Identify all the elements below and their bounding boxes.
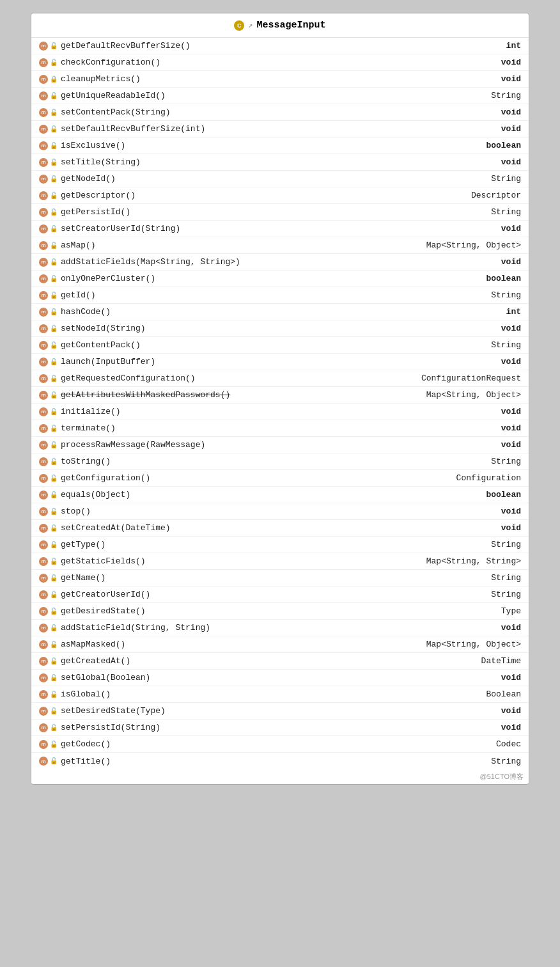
method-row[interactable]: m🔓isGlobal()Boolean — [31, 686, 529, 703]
return-type: Map<String, Object> — [426, 390, 521, 400]
public-lock-icon: 🔓 — [49, 424, 58, 433]
method-row[interactable]: m🔓isExclusive()boolean — [31, 138, 529, 154]
method-icon: m — [39, 673, 48, 682]
method-icon: m — [39, 424, 48, 433]
public-lock-icon: 🔓 — [49, 574, 58, 583]
public-lock-icon: 🔓 — [49, 358, 58, 366]
public-lock-icon: 🔓 — [49, 108, 58, 117]
method-row[interactable]: m🔓getPersistId()String — [31, 204, 529, 221]
method-icon: m — [39, 474, 48, 483]
method-row[interactable]: m🔓setGlobal(Boolean)void — [31, 670, 529, 686]
public-lock-icon: 🔓 — [49, 757, 58, 766]
return-type: void — [501, 74, 521, 84]
method-row[interactable]: m🔓setContentPack(String)void — [31, 104, 529, 121]
method-row[interactable]: m🔓setNodeId(String)void — [31, 320, 529, 337]
method-row[interactable]: m🔓getStaticFields()Map<String, String> — [31, 553, 529, 570]
public-lock-icon: 🔓 — [49, 391, 58, 400]
method-row[interactable]: m🔓getNodeId()String — [31, 171, 529, 187]
method-row[interactable]: m🔓getRequestedConfiguration()Configurati… — [31, 370, 529, 387]
method-row[interactable]: m🔓getConfiguration()Configuration — [31, 470, 529, 487]
return-type: Map<String, Object> — [426, 640, 521, 649]
method-icon: m — [39, 607, 48, 616]
method-row[interactable]: m🔓getAttributesWithMaskedPasswords()Map<… — [31, 387, 529, 404]
return-type: Map<String, String> — [426, 556, 521, 566]
method-row[interactable]: m🔓asMap()Map<String, Object> — [31, 237, 529, 254]
method-name: getCreatorUserId() — [61, 590, 486, 599]
method-icon: m — [39, 58, 48, 67]
method-icon: m — [39, 191, 48, 200]
method-row[interactable]: m🔓terminate()void — [31, 420, 529, 437]
method-icon: m — [39, 108, 48, 117]
method-icon: m — [39, 374, 48, 383]
method-name: toString() — [61, 457, 486, 466]
method-row[interactable]: m🔓setDesiredState(Type)void — [31, 703, 529, 719]
return-type: boolean — [486, 490, 521, 499]
method-row[interactable]: m🔓setDefaultRecvBufferSize(int)void — [31, 121, 529, 138]
method-row[interactable]: m🔓stop()void — [31, 503, 529, 520]
method-row[interactable]: m🔓addStaticFields(Map<String, String>)vo… — [31, 254, 529, 271]
method-icon: m — [39, 75, 48, 84]
method-row[interactable]: m🔓addStaticField(String, String)void — [31, 620, 529, 636]
public-lock-icon: 🔓 — [49, 158, 58, 167]
method-name: getStaticFields() — [61, 556, 421, 566]
method-row[interactable]: m🔓getCreatorUserId()String — [31, 586, 529, 603]
method-name: setCreatedAt(DateTime) — [61, 523, 496, 533]
return-type: boolean — [486, 141, 521, 150]
method-row[interactable]: m🔓checkConfiguration()void — [31, 54, 529, 71]
method-name: setPersistId(String) — [61, 723, 496, 732]
method-row[interactable]: m🔓getDefaultRecvBufferSize()int — [31, 38, 529, 54]
method-row[interactable]: m🔓getContentPack()String — [31, 337, 529, 354]
public-lock-icon: 🔓 — [49, 324, 58, 333]
method-icon: m — [39, 258, 48, 267]
method-name: getName() — [61, 573, 486, 583]
method-name: asMap() — [61, 240, 421, 250]
method-name: getNodeId() — [61, 174, 486, 184]
public-lock-icon: 🔓 — [49, 507, 58, 516]
method-row[interactable]: m🔓getName()String — [31, 570, 529, 586]
public-lock-icon: 🔓 — [49, 42, 58, 51]
method-icon: m — [39, 141, 48, 150]
public-lock-icon: 🔓 — [49, 58, 58, 67]
method-icon: m — [39, 457, 48, 466]
method-row[interactable]: m🔓equals(Object)boolean — [31, 487, 529, 503]
method-row[interactable]: m🔓setPersistId(String)void — [31, 719, 529, 736]
method-icon: m — [39, 291, 48, 300]
method-row[interactable]: m🔓toString()String — [31, 453, 529, 470]
method-row[interactable]: m🔓setCreatedAt(DateTime)void — [31, 520, 529, 537]
return-type: String — [491, 540, 521, 549]
return-type: Boolean — [486, 689, 521, 699]
method-row[interactable]: m🔓getId()String — [31, 287, 529, 304]
method-icon: m — [39, 524, 48, 533]
return-type: Descriptor — [471, 191, 521, 200]
private-lock-icon: 🔒 — [49, 75, 58, 84]
method-row[interactable]: m🔓getCreatedAt()DateTime — [31, 653, 529, 670]
method-row[interactable]: m🔓asMapMasked()Map<String, Object> — [31, 636, 529, 653]
public-lock-icon: 🔓 — [49, 208, 58, 217]
method-row[interactable]: m🔓launch(InputBuffer)void — [31, 354, 529, 370]
return-type: ConfigurationRequest — [421, 373, 521, 383]
public-lock-icon: 🔓 — [49, 673, 58, 682]
method-row[interactable]: m🔓getCodec()Codec — [31, 736, 529, 753]
method-row[interactable]: m🔓setCreatorUserId(String)void — [31, 221, 529, 237]
method-row[interactable]: m🔓hashCode()int — [31, 304, 529, 320]
method-row[interactable]: m🔓initialize()void — [31, 404, 529, 420]
method-row[interactable]: m🔓getUniqueReadableId()String — [31, 88, 529, 104]
method-row[interactable]: m🔓setTitle(String)void — [31, 154, 529, 171]
public-lock-icon: 🔓 — [49, 657, 58, 666]
method-list: m🔓getDefaultRecvBufferSize()intm🔓checkCo… — [31, 38, 529, 769]
method-row[interactable]: m🔓processRawMessage(RawMessage)void — [31, 437, 529, 453]
method-icon: m — [39, 624, 48, 633]
method-row[interactable]: m🔓onlyOnePerCluster()boolean — [31, 271, 529, 287]
method-name: getType() — [61, 540, 486, 549]
method-row[interactable]: m🔓getDesiredState()Type — [31, 603, 529, 620]
return-type: void — [501, 706, 521, 716]
public-lock-icon: 🔓 — [49, 590, 58, 599]
method-icon: m — [39, 91, 48, 100]
method-icon: m — [39, 158, 48, 167]
method-row[interactable]: m🔓getTitle()String — [31, 753, 529, 769]
method-name: initialize() — [61, 407, 496, 416]
method-row[interactable]: m🔓getType()String — [31, 537, 529, 553]
method-row[interactable]: m🔒cleanupMetrics()void — [31, 71, 529, 88]
method-row[interactable]: m🔓getDescriptor()Descriptor — [31, 187, 529, 204]
method-icon: m — [39, 723, 48, 732]
